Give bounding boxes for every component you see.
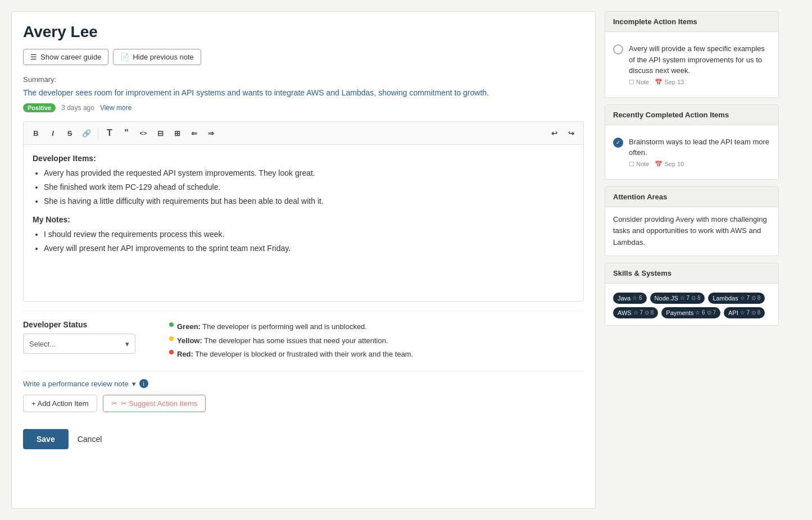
bold-button[interactable]: B — [28, 125, 44, 141]
skills-grid: Java ☆ 6 Node.JS ☆ 7 ⊙ 8 Lambdas ☆ 7 ⊙ 8 — [613, 293, 770, 318]
skills-systems-section: Skills & Systems Java ☆ 6 Node.JS ☆ 7 ⊙ … — [605, 263, 779, 326]
text-size-button[interactable]: T — [102, 125, 117, 141]
skill-aws[interactable]: AWS ☆ 7 ⊙ 8 — [613, 307, 658, 318]
strikethrough-button[interactable]: S — [62, 125, 78, 141]
completed-action-items-section: Recently Completed Action Items ✓ Brains… — [605, 104, 779, 180]
action-item-date: 📅 Sep 13 — [655, 79, 684, 86]
suggest-action-items-button[interactable]: ✂ ✂ Suggest Action Items — [103, 395, 206, 412]
hide-previous-note-button[interactable]: 📄 Hide previous note — [113, 49, 201, 65]
skill-lambdas[interactable]: Lambdas ☆ 7 ⊙ 8 — [708, 293, 765, 304]
green-dot — [169, 322, 174, 327]
main-content: Avery Lee ☰ Show career guide 📄 Hide pre… — [11, 11, 596, 509]
action-item-meta: ☐ Note 📅 Sep 13 — [629, 79, 770, 86]
link-button[interactable]: 🔗 — [79, 125, 94, 141]
skill-nodejs[interactable]: Node.JS ☆ 7 ⊙ 8 — [650, 293, 705, 304]
editor-list2: I should review the requirements process… — [44, 229, 574, 254]
code-button[interactable]: <> — [135, 125, 151, 141]
skill-payments[interactable]: Payments ☆ 6 ⊙ 7 — [661, 307, 720, 318]
completed-action-items-body: ✓ Brainstorm ways to lead the API team m… — [605, 125, 778, 179]
action-item-meta: ☐ Note 📅 Sep 10 — [629, 161, 770, 168]
editor-section2-title: My Notes: — [33, 215, 574, 224]
skill-java[interactable]: Java ☆ 6 — [613, 293, 647, 304]
calendar-icon: 📅 — [655, 161, 663, 168]
page-title: Avery Lee — [23, 23, 584, 41]
outdent-button[interactable]: ⇐ — [186, 125, 202, 141]
toolbar-separator-1 — [98, 127, 98, 139]
action-row: Write a performance review note ▾ i + Ad… — [23, 371, 584, 412]
completed-action-items-header: Recently Completed Action Items — [605, 105, 778, 125]
legend-red: Red: The developer is blocked or frustra… — [169, 348, 413, 362]
action-item-text: Brainstorm ways to lead the API team mor… — [629, 136, 770, 158]
legend-green: Green: The developer is performing well … — [169, 320, 413, 334]
yellow-dot — [169, 336, 174, 341]
list-item: I should review the requirements process… — [44, 229, 574, 240]
skill-api[interactable]: API ☆ 7 ⊙ 8 — [724, 307, 765, 318]
perf-review-link[interactable]: Write a performance review note ▾ i — [23, 379, 584, 388]
action-item-content: Brainstorm ways to lead the API team mor… — [629, 136, 770, 168]
undo-redo-group: ↩ ↪ — [546, 125, 579, 141]
chevron-down-icon: ▾ — [125, 340, 129, 348]
legend-red-key: Red: — [177, 350, 193, 358]
save-button[interactable]: Save — [23, 429, 69, 449]
action-item-note: ☐ Note — [629, 161, 649, 168]
attention-text: Consider providing Avery with more chall… — [613, 214, 770, 249]
dev-status-select[interactable]: Select... ▾ — [23, 334, 135, 354]
action-item-note: ☐ Note — [629, 79, 649, 86]
time-ago: 3 days ago — [61, 104, 94, 112]
numbered-list-button[interactable]: ⊞ — [169, 125, 185, 141]
red-dot — [169, 350, 174, 354]
career-guide-icon: ☰ — [30, 53, 37, 61]
note-icon: ☐ — [629, 161, 634, 168]
action-item-content: Avery will provide a few specific exampl… — [629, 43, 770, 86]
editor-toolbar: B I S 🔗 T " <> ⊟ ⊞ ⇐ ⇒ ↩ ↪ — [23, 121, 584, 144]
dev-status-label: Developer Status — [23, 320, 147, 329]
info-icon: i — [139, 379, 148, 388]
blockquote-button[interactable]: " — [119, 125, 134, 141]
action-buttons: + Add Action Item ✂ ✂ Suggest Action Ite… — [23, 395, 584, 412]
sidebar: Incomplete Action Items Avery will provi… — [605, 11, 779, 509]
note-icon: ☐ — [629, 79, 634, 86]
view-more-link[interactable]: View more — [100, 104, 131, 112]
legend-yellow: Yellow: The developer has some issues th… — [169, 334, 413, 348]
undo-button[interactable]: ↩ — [546, 125, 562, 141]
attention-areas-body: Consider providing Avery with more chall… — [605, 207, 778, 256]
show-career-guide-button[interactable]: ☰ Show career guide — [23, 49, 108, 65]
add-action-item-button[interactable]: + Add Action Item — [23, 395, 97, 412]
incomplete-action-item: Avery will provide a few specific exampl… — [613, 39, 770, 90]
editor-list1: Avery has provided the requested API sys… — [44, 167, 574, 207]
bullet-list-button[interactable]: ⊟ — [152, 125, 168, 141]
action-item-checkmark[interactable]: ✓ — [613, 138, 623, 148]
scissors-icon: ✂ — [111, 399, 117, 408]
attention-areas-section: Attention Areas Consider providing Avery… — [605, 186, 779, 256]
note-icon: 📄 — [120, 53, 129, 61]
positive-badge: Positive — [23, 103, 56, 112]
list-item: She is having a little difficulty with r… — [44, 195, 574, 207]
legend-green-key: Green: — [177, 322, 201, 331]
incomplete-action-items-header: Incomplete Action Items — [605, 12, 778, 32]
summary-text: The developer sees room for improvement … — [23, 87, 584, 99]
incomplete-action-items-section: Incomplete Action Items Avery will provi… — [605, 11, 779, 98]
header-buttons: ☰ Show career guide 📄 Hide previous note — [23, 49, 584, 65]
summary-meta: Positive 3 days ago View more — [23, 103, 584, 112]
italic-button[interactable]: I — [45, 125, 61, 141]
action-item-date: 📅 Sep 10 — [655, 161, 684, 168]
list-item: She finished work item PC-129 ahead of s… — [44, 181, 574, 193]
legend-yellow-desc: The developer has some issues that need … — [204, 336, 388, 345]
editor-body[interactable]: Developer Items: Avery has provided the … — [23, 144, 584, 302]
indent-button[interactable]: ⇒ — [203, 125, 219, 141]
cancel-button[interactable]: Cancel — [78, 435, 102, 444]
developer-status-section: Developer Status Select... ▾ Green: The … — [23, 311, 584, 362]
action-item-checkbox[interactable] — [613, 44, 623, 54]
list-item: Avery will present her API improvements … — [44, 243, 574, 254]
summary-label: Summary: — [23, 75, 584, 84]
redo-button[interactable]: ↪ — [563, 125, 579, 141]
legend-green-desc: The developer is performing well and is … — [202, 322, 367, 331]
form-actions: Save Cancel — [23, 423, 584, 449]
skills-systems-body: Java ☆ 6 Node.JS ☆ 7 ⊙ 8 Lambdas ☆ 7 ⊙ 8 — [605, 284, 778, 325]
chevron-down-icon: ▾ — [132, 380, 136, 388]
completed-action-item: ✓ Brainstorm ways to lead the API team m… — [613, 132, 770, 172]
attention-areas-header: Attention Areas — [605, 187, 778, 207]
calendar-icon: 📅 — [655, 79, 663, 86]
skills-systems-header: Skills & Systems — [605, 263, 778, 284]
legend-yellow-key: Yellow: — [177, 336, 202, 345]
